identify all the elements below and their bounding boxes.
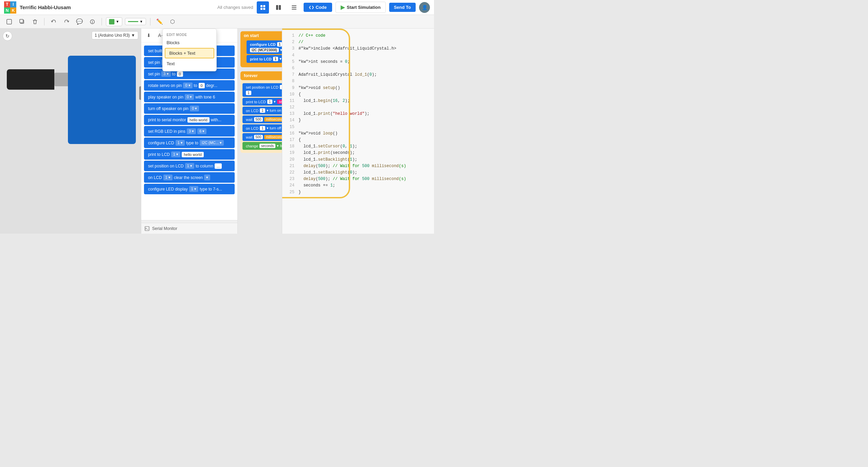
svg-rect-9 [7, 19, 12, 24]
config-lcd-badge: 1 [277, 42, 282, 47]
block-configure-lcd[interactable]: configure LCD 1 ▾ type to I2C (MC... ▾ [144, 138, 235, 148]
configure-lcd-block[interactable]: configure LCD 1 ▾ type to I2C (MCP23008)… [247, 40, 282, 54]
rgb-pin2-dropdown[interactable]: 6 ▾ [197, 128, 206, 134]
arduino-selector[interactable]: 1 (Arduino Uno R3) ▼ [92, 31, 138, 39]
block-rotate-servo[interactable]: rotate servo on pin 0 ▾ to 0 degr... [144, 80, 235, 91]
logo-t: T [4, 1, 10, 7]
separator-2 [102, 18, 102, 25]
code-line: 23 delay(500); // Wait for 500 milliseco… [288, 176, 429, 182]
blocks-view-icon[interactable] [257, 1, 269, 14]
servo-val: 0 [199, 83, 205, 88]
forever-block[interactable]: forever [240, 71, 282, 80]
clear-lcd-num-dropdown[interactable]: 1 ▾ [163, 175, 173, 180]
print-lcd-badge: 1 [273, 57, 278, 61]
val0: 0 [177, 71, 183, 77]
wait-500ms-block-2[interactable]: wait 500 milliseconds ▾ [242, 133, 282, 141]
toolbar2: 💬 ▼ ▼ ✏️ ⬡ [0, 15, 434, 29]
code-line: 19 lcd_1.print(seconds); [288, 150, 429, 156]
bl-on-num: 1 [260, 108, 265, 113]
copy-button[interactable] [17, 17, 27, 27]
canvas[interactable]: ↻ 1 (Arduino Uno R3) ▼ [0, 29, 141, 234]
code-line: 14} [288, 117, 429, 124]
ms-badge-2: milliseconds ▾ [264, 135, 282, 139]
on-start-block[interactable]: on start configure LCD 1 ▾ type to I2C (… [240, 31, 282, 67]
code-line: 17{ [288, 137, 429, 143]
code-line: 3#"kw">include <Adafruit_LiquidCrystal.h… [288, 46, 429, 52]
block-configure-led-display[interactable]: configure LED display 1 ▾ type to 7-s... [144, 184, 235, 194]
pos-col-val: ... [215, 163, 222, 169]
code-panel: 1// C++ code2//3#"kw">include <Adafruit_… [282, 29, 434, 234]
edit-mode-blocks[interactable]: Blocks [163, 38, 216, 47]
servo-pin-dropdown[interactable]: 0 ▾ [183, 83, 192, 88]
on-lcd-backlight-off-block[interactable]: on LCD 1 ▾ turn off the backlight ▾ [242, 124, 282, 132]
terminal-icon [145, 226, 149, 231]
redo-button[interactable] [61, 17, 72, 27]
print-to-lcd-seconds-block[interactable]: print to LCD 1 ▾ seconds [242, 98, 282, 106]
blocks-panel: EDIT MODE Blocks Blocks + Text Text ⬇ A+… [141, 29, 238, 234]
print-lcd-block[interactable]: print to LCD 1 ▾ hello world [247, 55, 282, 63]
inspect-button[interactable] [87, 17, 97, 27]
block-set-position-lcd[interactable]: set position on LCD 1 ▾ to column ... [144, 161, 235, 171]
pin3-dropdown[interactable]: 3 ▾ [161, 71, 170, 77]
list-view-icon[interactable] [288, 1, 300, 14]
serial-monitor-bar[interactable]: Serial Monitor [141, 223, 237, 234]
code-line: 12 [288, 104, 429, 111]
lcd-num-dropdown[interactable]: 1 ▾ [176, 140, 185, 146]
code-line: 16"kw">void loop() [288, 130, 429, 137]
block-turn-off-speaker[interactable]: turn off speaker on pin 0 ▾ [144, 103, 235, 114]
horizontal-scrollbar[interactable] [141, 220, 237, 223]
code-line: 1// C++ code [288, 33, 429, 39]
rotate-view-button[interactable]: ↻ [3, 31, 12, 41]
on-lcd-backlight-on-block[interactable]: on LCD 1 ▾ turn on the backlight ▾ [242, 107, 282, 114]
split-view-icon[interactable] [272, 1, 285, 14]
code-line: 21 delay(500); // Wait for 500 milliseco… [288, 163, 429, 169]
code-line: 25} [288, 189, 429, 196]
undo-button[interactable] [49, 17, 59, 27]
mirror-button[interactable]: ⬡ [167, 17, 178, 27]
start-simulation-button[interactable]: ▶ Start Simulation [336, 2, 386, 13]
color-picker[interactable]: ▼ [106, 17, 122, 26]
change-seconds-block[interactable]: change seconds ▾ by 1 [242, 142, 282, 150]
code-lines: 1// C++ code2//3#"kw">include <Adafruit_… [288, 33, 429, 196]
change-var: seconds [259, 144, 275, 148]
new-button[interactable] [4, 17, 14, 27]
svg-rect-14 [145, 227, 149, 231]
code-line: 18 lcd_1.setCursor(0, 1); [288, 143, 429, 150]
tinkercad-logo[interactable]: T I N K [4, 1, 16, 14]
set-position-lcd-block[interactable]: set position on LCD 1 ▾ to column 0 row … [242, 83, 282, 97]
rgb-pin1-dropdown[interactable]: 3 ▾ [187, 128, 196, 134]
send-to-button[interactable]: Send To [389, 3, 416, 12]
project-name: Terrific Habbi-Uusam [20, 4, 214, 10]
arduino-board[interactable] [68, 56, 136, 144]
clear-dropdown[interactable]: ▾ [204, 175, 210, 180]
logo-i: I [10, 1, 16, 7]
delete-button[interactable] [30, 17, 40, 27]
wait-500ms-block-1[interactable]: wait 500 milliseconds ▾ [242, 115, 282, 123]
block-play-speaker[interactable]: play speaker on pin 0 ▾ with tone 6 [144, 92, 235, 102]
block-print-serial[interactable]: print to serial monitor hello world with… [144, 115, 235, 125]
user-avatar[interactable]: 👤 [419, 2, 430, 13]
edit-mode-text[interactable]: Text [163, 59, 216, 68]
block-print-lcd[interactable]: print to LCD 1 ▾ hello world [144, 149, 235, 160]
print-lcd-num-dropdown[interactable]: 1 ▾ [171, 151, 180, 157]
block-on-lcd-clear[interactable]: on LCD 1 ▾ clear the screen ▾ [144, 172, 235, 183]
code-line: 4 [288, 52, 429, 59]
notes-button[interactable]: 💬 [74, 17, 85, 27]
download-icon[interactable]: ⬇ [144, 31, 153, 40]
speaker-pin-dropdown[interactable]: 0 ▾ [185, 94, 194, 100]
block-rgb-led[interactable]: set RGB LED in pins 3 ▾ 6 ▾ [144, 126, 235, 137]
separator-3 [150, 18, 150, 25]
play-icon: ▶ [341, 4, 345, 11]
annotate-button[interactable]: ✏️ [155, 17, 165, 27]
svg-rect-3 [263, 8, 265, 10]
dropdown-arrow: ▼ [116, 20, 119, 23]
edit-mode-popup: EDIT MODE Blocks Blocks + Text Text [162, 29, 217, 71]
lcd-type-dropdown[interactable]: I2C (MC... ▾ [200, 140, 224, 146]
edit-mode-blocks-plus-text[interactable]: Blocks + Text [165, 48, 214, 58]
code-button[interactable]: Code [304, 3, 332, 12]
svg-rect-6 [292, 5, 296, 6]
line-style-picker[interactable]: ▼ [125, 18, 146, 25]
led-disp-num-dropdown[interactable]: 1 ▾ [189, 186, 198, 192]
pos-lcd-num-dropdown[interactable]: 1 ▾ [185, 163, 194, 169]
speaker-off-pin-dropdown[interactable]: 0 ▾ [190, 106, 199, 111]
